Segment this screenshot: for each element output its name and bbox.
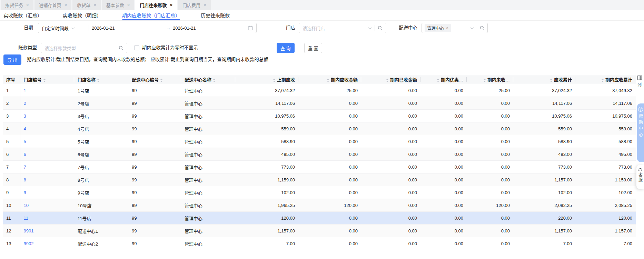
end-date-input[interactable]: 2026-01-21 <box>173 26 248 31</box>
column-header-prev-receivable[interactable]: 上期应收 <box>235 75 298 84</box>
report-tab-0[interactable]: 实收账款（汇总） <box>3 10 42 20</box>
help-center-tab[interactable]: ? 帮助中心 <box>637 103 644 162</box>
table-row[interactable]: 666号店99管理中心495.000.000.000.000.00493.004… <box>3 148 636 161</box>
cell-dc-name: 管理中心 <box>181 84 235 97</box>
date-range-picker[interactable]: 自定义时间段 2026-01-21 → 2026-01-21 <box>38 23 257 33</box>
column-header-period-unreceived[interactable]: 期内未收… <box>467 75 513 84</box>
window-tab[interactable]: 门店费用× <box>178 0 211 10</box>
store-code-link[interactable]: 10 <box>24 203 29 208</box>
sort-icon[interactable] <box>386 79 389 82</box>
table-row[interactable]: 888号店99管理中心1,159.000.000.000.000.001,157… <box>3 173 636 186</box>
divider <box>89 25 89 31</box>
table-row[interactable]: 444号店99管理中心559.000.000.000.000.00559.005… <box>3 122 636 135</box>
export-button[interactable]: 导 出 <box>3 54 21 65</box>
query-button[interactable]: 查 询 <box>277 43 295 53</box>
close-tab-icon[interactable]: × <box>170 3 172 7</box>
close-tab-icon[interactable]: × <box>93 3 96 7</box>
column-header-store-name[interactable]: 门店名称 <box>74 75 128 84</box>
window-tab[interactable]: 进销存首页× <box>34 0 72 10</box>
column-header-dc-name[interactable]: 配送中心名称 <box>181 75 235 84</box>
column-header-dc-code[interactable]: 配送中心编号 <box>128 75 181 84</box>
table-row[interactable]: 139902配送中心299管理中心7.000.000.000.000.007.0… <box>3 237 636 250</box>
table-row[interactable]: 111号店99管理中心37,074.32-25.000.000.00-25.00… <box>3 84 636 97</box>
account-type-label: 账款类型 <box>13 43 37 53</box>
column-settings-button[interactable]: 列 <box>636 76 643 87</box>
close-tab-icon[interactable]: × <box>26 3 29 7</box>
sort-icon[interactable] <box>437 79 439 82</box>
table-row[interactable]: 999号店99管理中心102.000.000.000.000.00102.001… <box>3 186 636 199</box>
start-date-input[interactable]: 2026-01-21 <box>92 26 164 31</box>
table-row[interactable]: 777号店99管理中心773.000.000.000.000.00773.007… <box>3 161 636 173</box>
store-code-link[interactable]: 2 <box>24 101 26 106</box>
remove-tag-icon[interactable]: × <box>446 26 448 30</box>
cell-store-name: 4号店 <box>74 122 128 135</box>
sort-icon[interactable] <box>97 79 100 82</box>
sort-icon[interactable] <box>483 79 486 82</box>
cell-seq: 7 <box>3 161 20 173</box>
store-code-link[interactable]: 9901 <box>24 228 34 233</box>
customer-service-tab[interactable]: 客服 <box>636 165 644 189</box>
cell-period-receivable: 0.00 <box>298 97 361 110</box>
store-code-link[interactable]: 9 <box>24 190 26 195</box>
search-icon[interactable] <box>378 26 383 30</box>
store-code-link[interactable]: 8 <box>24 177 26 182</box>
reset-button[interactable]: 重 置 <box>304 43 322 53</box>
calendar-icon[interactable] <box>248 26 253 30</box>
zero-hide-checkbox[interactable] <box>134 45 139 50</box>
window-tab[interactable]: 收货单× <box>72 0 101 10</box>
cell-period-receivable-total: 37,049.32 <box>575 84 636 97</box>
sort-icon[interactable] <box>43 79 46 82</box>
table-row[interactable]: 129901配送中心199管理中心1,157.000.000.000.000.0… <box>3 225 636 237</box>
store-code-link[interactable]: 3 <box>24 113 26 119</box>
cell-store-name: 10号店 <box>74 199 128 212</box>
cell-dc-name: 管理中心 <box>181 135 235 148</box>
column-header-period-receivable-total[interactable]: 期内应收累计 <box>575 75 636 84</box>
store-code-link[interactable]: 1 <box>24 88 26 93</box>
table-row[interactable]: 333号店99管理中心10,975.060.000.000.000.0010,9… <box>3 110 636 122</box>
column-header-seq: 序号 <box>3 75 20 84</box>
report-tab-3[interactable]: 历史往来账款 <box>201 10 230 20</box>
store-code-link[interactable]: 7 <box>24 165 26 170</box>
store-code-link[interactable]: 6 <box>24 152 26 157</box>
store-code-link[interactable]: 4 <box>24 126 26 131</box>
column-header-period-received[interactable]: 期内已收金额 <box>361 75 420 84</box>
report-tab-1[interactable]: 实收账款（明细） <box>63 10 101 20</box>
dc-select[interactable]: 管理中心 × <box>422 23 488 33</box>
search-icon[interactable] <box>480 26 485 30</box>
zero-hide-checkbox-label[interactable]: 期内应收累计为零时不显示 <box>142 43 198 53</box>
window-tab[interactable]: 基本参数× <box>102 0 135 10</box>
cell-store-name: 11号店 <box>74 212 128 225</box>
close-tab-icon[interactable]: × <box>65 3 67 7</box>
sort-icon[interactable] <box>601 79 604 82</box>
report-tab-2[interactable]: 期内应收账款（门店汇总） <box>122 10 180 20</box>
sort-icon[interactable] <box>160 79 163 82</box>
table-row[interactable]: 101010号店99管理中心1,965.25120.000.000.00120.… <box>3 199 636 212</box>
column-header-period-receivable[interactable]: 期内应收金额 <box>298 75 361 84</box>
store-code-link[interactable]: 11 <box>24 216 29 221</box>
sort-icon[interactable] <box>550 79 553 82</box>
store-code-link[interactable]: 5 <box>24 139 26 144</box>
window-tab[interactable]: 门店往来账款× <box>135 0 177 10</box>
column-header-period-discount[interactable]: 期内优惠… <box>420 75 467 84</box>
app-root: 拣货任务×进销存首页×收货单×基本参数×门店往来账款×门店费用× 实收账款（汇总… <box>0 0 644 259</box>
close-tab-icon[interactable]: × <box>204 3 206 7</box>
close-tab-icon[interactable]: × <box>127 3 130 7</box>
search-icon[interactable] <box>119 46 123 50</box>
window-tab[interactable]: 拣货任务× <box>1 0 33 10</box>
store-select[interactable]: 请选择门店 <box>299 23 386 33</box>
sort-icon[interactable] <box>273 79 276 82</box>
store-code-link[interactable]: 9902 <box>24 241 34 246</box>
cell-prev-receivable: 495.00 <box>235 148 298 161</box>
cell-prev-receivable: 37,074.32 <box>235 84 298 97</box>
column-header-store-code[interactable]: 门店编号 <box>20 75 74 84</box>
column-label: 配送中心名称 <box>185 77 211 82</box>
table-row[interactable]: 111111号店99管理中心120.000.000.000.000.00220.… <box>3 212 636 225</box>
date-mode-select[interactable]: 自定义时间段 <box>42 25 86 31</box>
sort-icon[interactable] <box>327 79 329 82</box>
table-row[interactable]: 555号店99管理中心588.900.000.000.000.00588.905… <box>3 135 636 148</box>
cell-store-code: 9 <box>20 186 74 199</box>
sort-icon[interactable] <box>213 79 216 82</box>
table-row[interactable]: 222号店99管理中心14,117.060.000.000.000.0014,1… <box>3 97 636 110</box>
account-type-select[interactable]: 请选择账款类型 <box>41 43 127 53</box>
column-header-receivable-total[interactable]: 应收累计 <box>513 75 575 84</box>
